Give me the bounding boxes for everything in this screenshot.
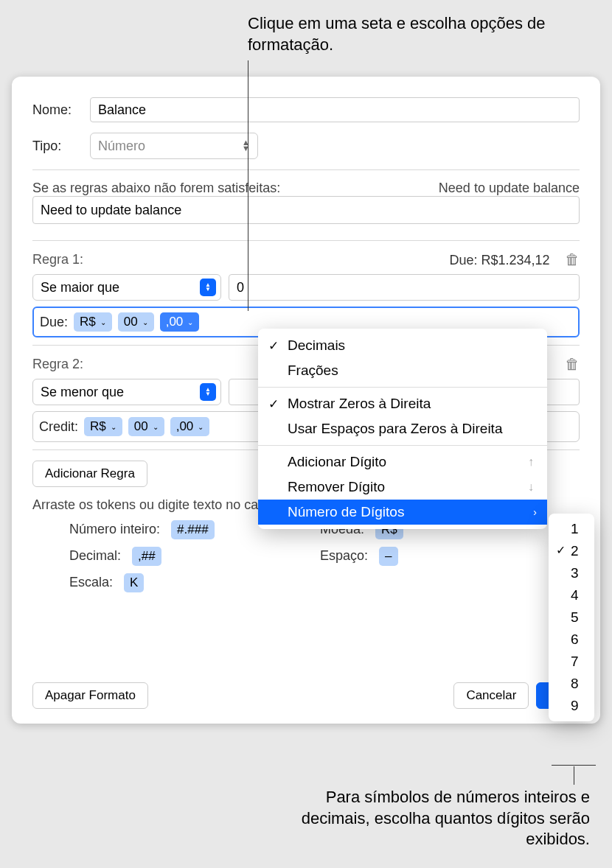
decimal-token-label: Decimal: — [69, 548, 128, 563]
chevron-down-icon: ⌄ — [142, 318, 148, 326]
add-rule-button[interactable]: Adicionar Regra — [32, 461, 147, 487]
submenu-item-2[interactable]: 2 — [549, 540, 594, 562]
rule1-prefix: Due: — [40, 315, 68, 330]
cancel-button[interactable]: Cancelar — [453, 682, 529, 709]
menu-item-fractions[interactable]: Frações — [258, 358, 547, 383]
menu-item-remove-digit[interactable]: Remover Dígito↓ — [258, 475, 547, 500]
menu-separator — [258, 387, 547, 388]
submenu-item-4[interactable]: 4 — [549, 584, 594, 606]
submenu-item-7[interactable]: 7 — [549, 651, 594, 673]
menu-item-decimals[interactable]: Decimais — [258, 333, 547, 358]
fallback-label: Se as regras abaixo não forem satisfeita… — [32, 181, 280, 195]
chevrons-icon: ▲▼ — [242, 140, 250, 151]
chevrons-icon: ▲▼ — [200, 383, 216, 401]
space-token-sample[interactable]: – — [379, 547, 397, 566]
divider — [32, 240, 580, 241]
trash-icon[interactable]: 🗑 — [565, 251, 580, 267]
submenu-item-1[interactable]: 1 — [549, 518, 594, 540]
chevron-down-icon: ⌄ — [187, 318, 193, 326]
rule1-value-input[interactable] — [229, 274, 580, 301]
menu-item-add-digit[interactable]: Adicionar Dígito↑ — [258, 449, 547, 475]
integer-token[interactable]: 00⌄ — [118, 312, 154, 332]
currency-token[interactable]: R$⌄ — [74, 312, 112, 332]
decimal-options-menu: Decimais Frações Mostrar Zeros à Direita… — [258, 329, 547, 529]
type-select-value: Número — [98, 139, 145, 154]
rule2-label: Regra 2: — [32, 357, 83, 372]
decimal-token[interactable]: ,00⌄ — [170, 417, 210, 436]
digits-submenu: 1 2 3 4 5 6 7 8 9 — [549, 514, 594, 721]
callout-leader-line — [574, 766, 574, 785]
submenu-item-3[interactable]: 3 — [549, 562, 594, 584]
integer-token[interactable]: 00⌄ — [128, 417, 164, 436]
submenu-item-6[interactable]: 6 — [549, 629, 594, 651]
trash-icon[interactable]: 🗑 — [565, 356, 580, 373]
rule1-condition-select[interactable]: Se maior que ▲▼ — [32, 274, 221, 301]
fallback-input[interactable] — [32, 196, 580, 224]
scale-token-label: Escala: — [69, 575, 120, 589]
decimal-token[interactable]: ,00⌄ — [160, 312, 200, 332]
chevron-down-icon: ⌄ — [153, 423, 159, 431]
submenu-item-8[interactable]: 8 — [549, 673, 594, 695]
arrow-down-icon: ↓ — [528, 480, 534, 494]
menu-item-num-digits[interactable]: Número de Dígitos› — [258, 500, 547, 525]
chevron-right-icon: › — [533, 506, 537, 518]
divider — [32, 169, 580, 170]
rule1-preview: Due: R$1.234,12 — [449, 253, 549, 267]
rule1-condition-value: Se maior que — [41, 280, 119, 295]
name-input[interactable] — [90, 97, 580, 122]
type-select[interactable]: Número ▲▼ — [90, 133, 258, 159]
chevrons-icon: ▲▼ — [200, 279, 216, 296]
arrow-up-icon: ↑ — [528, 455, 534, 469]
rule2-prefix: Credit: — [39, 419, 78, 435]
chevron-down-icon: ⌄ — [198, 423, 204, 431]
rule2-condition-value: Se menor que — [41, 385, 124, 400]
callout-bottom-text: Para símbolos de números inteiros e deci… — [295, 787, 590, 850]
name-label: Nome: — [32, 102, 90, 118]
menu-separator — [258, 445, 547, 446]
fallback-preview: Need to update balance — [439, 181, 580, 196]
space-token-label: Espaço: — [320, 548, 375, 563]
type-label: Tipo: — [32, 139, 90, 154]
menu-item-use-spaces[interactable]: Usar Espaços para Zeros à Direita — [258, 416, 547, 441]
callout-leader-line — [248, 60, 248, 311]
scale-token-sample[interactable]: K — [124, 573, 144, 592]
menu-item-show-trailing[interactable]: Mostrar Zeros à Direita — [258, 391, 547, 416]
currency-token[interactable]: R$⌄ — [84, 417, 122, 436]
rule1-label: Regra 1: — [32, 252, 83, 267]
delete-format-button[interactable]: Apagar Formato — [32, 682, 148, 709]
rule2-condition-select[interactable]: Se menor que ▲▼ — [32, 379, 221, 405]
chevron-down-icon: ⌄ — [100, 318, 106, 326]
integer-token-sample[interactable]: #.### — [171, 520, 215, 539]
decimal-token-sample[interactable]: ,## — [132, 547, 161, 566]
submenu-item-9[interactable]: 9 — [549, 695, 594, 717]
chevron-down-icon: ⌄ — [111, 423, 117, 431]
callout-top-text: Clique em uma seta e escolha opções de f… — [248, 13, 612, 55]
integer-token-label: Número inteiro: — [69, 522, 167, 536]
callout-bracket — [552, 765, 596, 766]
submenu-item-5[interactable]: 5 — [549, 606, 594, 629]
